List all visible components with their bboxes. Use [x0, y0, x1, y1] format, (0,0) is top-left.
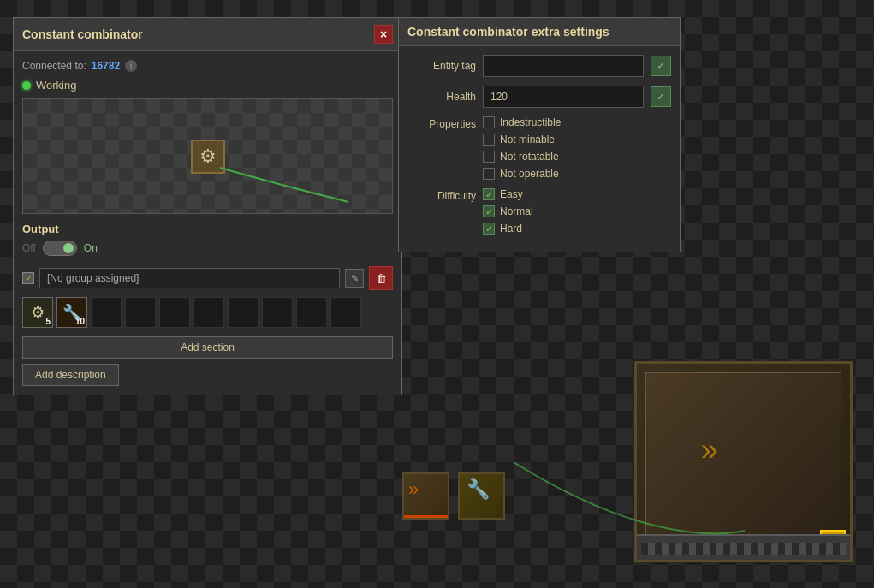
- working-status-row: Working: [22, 79, 393, 92]
- big-machine: »: [634, 361, 853, 562]
- difficulty-list: Easy Normal Hard: [483, 188, 533, 235]
- group-row: [No group assigned] ✎ 🗑: [22, 266, 393, 290]
- prop-not-minable-checkbox[interactable]: [483, 134, 495, 146]
- add-description-button[interactable]: Add description: [22, 364, 119, 386]
- diff-hard-checkbox[interactable]: [483, 223, 495, 235]
- left-panel: Constant combinator × Connected to: 1678…: [13, 17, 402, 395]
- connected-to-label: Connected to:: [22, 60, 86, 72]
- signal-count-1: 5: [45, 317, 51, 326]
- prop-not-operable-label: Not operable: [500, 168, 559, 180]
- right-panel-body: Entity tag ✓ Health ✓ Properties: [399, 46, 680, 252]
- small-machine-1: »: [402, 472, 449, 520]
- health-label: Health: [407, 91, 476, 103]
- right-panel: Constant combinator extra settings Entit…: [398, 17, 681, 252]
- output-toggle[interactable]: [43, 241, 77, 256]
- entity-tag-label: Entity tag: [407, 60, 476, 72]
- entity-viewport: ⚙: [22, 98, 393, 214]
- health-row: Health ✓: [407, 86, 671, 108]
- group-edit-button[interactable]: ✎: [345, 269, 364, 288]
- left-panel-title: Constant combinator: [22, 27, 143, 41]
- left-panel-close-button[interactable]: ×: [374, 25, 393, 44]
- diff-hard-label: Hard: [500, 223, 522, 235]
- add-section-button[interactable]: Add section: [22, 336, 393, 359]
- prop-not-minable-label: Not minable: [500, 134, 555, 146]
- status-label: Working: [36, 79, 76, 92]
- prop-indestructible-label: Indestructible: [500, 116, 561, 128]
- diff-normal-checkbox[interactable]: [483, 205, 495, 217]
- signal-slot-9[interactable]: [296, 297, 327, 328]
- diff-normal: Normal: [483, 205, 533, 217]
- signal-slot-3[interactable]: [91, 297, 122, 328]
- small-machines-group: » 🔧: [402, 472, 505, 520]
- prop-indestructible: Indestructible: [483, 116, 561, 128]
- wire-preview: [23, 99, 392, 213]
- diff-easy-label: Easy: [500, 188, 523, 200]
- entity-tag-input[interactable]: [483, 55, 644, 77]
- signal-item-1[interactable]: ⚙ 5: [22, 297, 53, 328]
- left-panel-header: Constant combinator ×: [14, 18, 401, 51]
- right-panel-header: Constant combinator extra settings: [399, 18, 680, 46]
- connected-to-value: 16782: [92, 60, 120, 72]
- diff-easy-checkbox[interactable]: [483, 188, 495, 200]
- signal-slot-5[interactable]: [159, 297, 190, 328]
- properties-label: Properties: [407, 116, 476, 130]
- toggle-on-label: On: [84, 242, 98, 254]
- prop-not-operable-checkbox[interactable]: [483, 168, 495, 180]
- prop-indestructible-checkbox[interactable]: [483, 116, 495, 128]
- output-toggle-row: Off On: [22, 241, 393, 256]
- info-icon[interactable]: i: [125, 60, 137, 72]
- prop-not-rotatable-label: Not rotatable: [500, 151, 559, 163]
- signal-slot-4[interactable]: [125, 297, 156, 328]
- diff-easy: Easy: [483, 188, 533, 200]
- diff-normal-label: Normal: [500, 205, 533, 217]
- diff-hard: Hard: [483, 223, 533, 235]
- signal-slot-7[interactable]: [228, 297, 259, 328]
- entity-tag-row: Entity tag ✓: [407, 55, 671, 77]
- signal-slot-6[interactable]: [193, 297, 224, 328]
- prop-not-minable: Not minable: [483, 134, 561, 146]
- prop-not-rotatable-checkbox[interactable]: [483, 151, 495, 163]
- output-label: Output: [22, 223, 393, 235]
- signals-row: ⚙ 5 🔧 10: [22, 297, 393, 328]
- properties-row: Properties Indestructible Not minable No…: [407, 116, 671, 180]
- signal-count-2: 10: [75, 317, 85, 326]
- difficulty-label: Difficulty: [407, 188, 476, 202]
- toggle-off-label: Off: [22, 242, 36, 254]
- status-indicator: [22, 81, 31, 90]
- prop-not-operable: Not operable: [483, 168, 561, 180]
- machine-arrows: »: [701, 432, 718, 468]
- group-delete-button[interactable]: 🗑: [369, 266, 393, 290]
- properties-list: Indestructible Not minable Not rotatable…: [483, 116, 561, 180]
- signal-slot-10[interactable]: [330, 297, 361, 328]
- prop-not-rotatable: Not rotatable: [483, 151, 561, 163]
- entity-tag-confirm-button[interactable]: ✓: [651, 56, 671, 76]
- difficulty-row: Difficulty Easy Normal Hard: [407, 188, 671, 235]
- small-machine-2: 🔧: [458, 472, 505, 520]
- health-input[interactable]: [483, 86, 644, 108]
- right-panel-title: Constant combinator extra settings: [407, 25, 609, 39]
- group-checkbox[interactable]: [22, 272, 34, 284]
- left-panel-body: Connected to: 16782 i Working ⚙: [14, 51, 401, 395]
- connected-to-row: Connected to: 16782 i: [22, 60, 393, 72]
- signal-item-2[interactable]: 🔧 10: [56, 297, 87, 328]
- health-confirm-button[interactable]: ✓: [651, 86, 671, 107]
- signal-slot-8[interactable]: [262, 297, 293, 328]
- toggle-thumb: [63, 243, 74, 253]
- group-name-display: [No group assigned]: [39, 268, 340, 288]
